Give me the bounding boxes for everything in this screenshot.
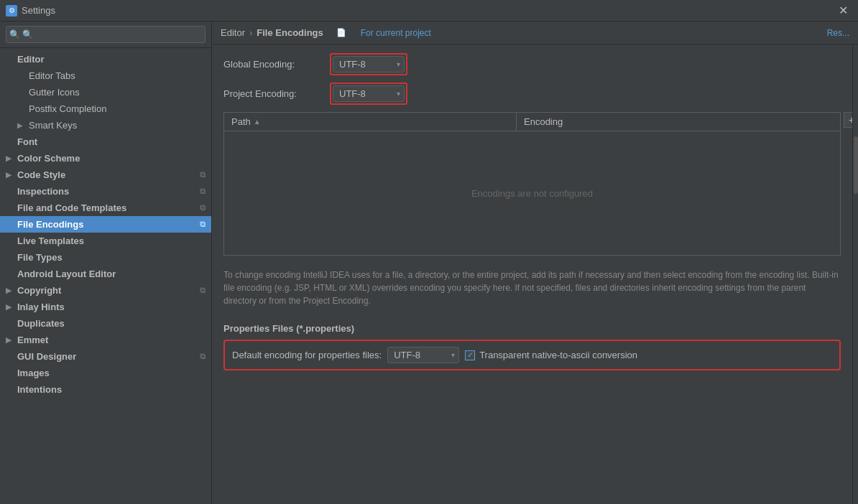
table-col-path[interactable]: Path ▲ <box>224 113 517 131</box>
window-title: Settings <box>22 5 55 16</box>
table-body: Encodings are not configured <box>224 131 840 255</box>
sidebar-item-copyright[interactable]: ▶ Copyright ⧉ <box>0 282 211 299</box>
col-path-label: Path <box>231 116 251 127</box>
project-encoding-select[interactable]: UTF-8 UTF-16 ISO-8859-1 <box>333 85 405 102</box>
properties-encoding-select-wrap: UTF-8 UTF-16 ISO-8859-1 ▾ <box>387 347 459 363</box>
sidebar-item-label: Font <box>17 136 37 147</box>
copy-icon: ⧉ <box>200 286 206 295</box>
sidebar-item-editor[interactable]: Editor <box>0 51 211 67</box>
copy-icon: ⧉ <box>200 203 206 213</box>
search-wrap: 🔍 <box>6 26 206 43</box>
sidebar-item-file-code-templates[interactable]: File and Code Templates ⧉ <box>0 200 211 216</box>
search-box: 🔍 <box>0 22 211 48</box>
sidebar-item-smart-keys[interactable]: ▶ Smart Keys <box>0 117 211 134</box>
breadcrumb-parent[interactable]: Editor <box>221 27 245 38</box>
sidebar-item-label: Intentions <box>17 384 62 395</box>
global-encoding-select-wrap: UTF-8 UTF-16 ISO-8859-1 ▾ <box>333 56 405 73</box>
sidebar-item-gui-designer[interactable]: GUI Designer ⧉ <box>0 348 211 365</box>
main-content: 🔍 Editor Editor Tabs Gutter I <box>0 22 858 504</box>
expand-arrow-icon: ▶ <box>6 303 14 311</box>
sidebar-item-label: GUI Designer <box>17 351 76 362</box>
sidebar-item-label: Color Scheme <box>17 153 80 164</box>
sidebar-item-color-scheme[interactable]: ▶ Color Scheme <box>0 150 211 167</box>
copy-icon: ⧉ <box>200 352 206 361</box>
sidebar-item-images[interactable]: Images <box>0 365 211 381</box>
sidebar-item-file-encodings[interactable]: File Encodings ⧉ <box>0 216 211 233</box>
sidebar-item-font[interactable]: Font <box>0 134 211 150</box>
search-input[interactable] <box>6 26 206 43</box>
sidebar-item-label: Emmet <box>17 335 48 345</box>
sidebar-item-label: Code Style <box>17 169 65 180</box>
expand-arrow-icon: ▶ <box>6 154 14 162</box>
sidebar-item-duplicates[interactable]: Duplicates <box>0 315 211 332</box>
encodings-table: Path ▲ Encoding Encodings are not config… <box>223 112 841 256</box>
sidebar-item-label: Gutter Icons <box>29 87 80 98</box>
sidebar-item-live-templates[interactable]: Live Templates <box>0 233 211 249</box>
sort-arrow-icon: ▲ <box>254 118 261 126</box>
table-container: Path ▲ Encoding Encodings are not config… <box>223 112 841 256</box>
table-header: Path ▲ Encoding <box>224 113 840 131</box>
scrollbar-thumb[interactable] <box>854 136 858 194</box>
sidebar-tree: Editor Editor Tabs Gutter Icons Postfix … <box>0 48 211 504</box>
sidebar-item-android-layout-editor[interactable]: Android Layout Editor <box>0 266 211 282</box>
sidebar-item-label: Inspections <box>17 186 69 197</box>
project-link[interactable]: For current project <box>361 28 431 38</box>
settings-window: ⚙ Settings ✕ 🔍 Editor <box>0 0 858 504</box>
transparent-conversion-wrap: Transparent native-to-ascii conversion <box>465 350 637 360</box>
sidebar-item-label: Inlay Hints <box>17 302 65 312</box>
expand-arrow-icon: ▶ <box>6 336 14 344</box>
transparent-conversion-checkbox[interactable] <box>465 350 475 360</box>
table-col-encoding[interactable]: Encoding <box>517 113 840 131</box>
global-encoding-highlight: UTF-8 UTF-16 ISO-8859-1 ▾ <box>330 53 407 75</box>
vertical-scrollbar[interactable] <box>852 45 858 504</box>
properties-group: Default encoding for properties files: U… <box>223 340 841 370</box>
breadcrumb-separator: › <box>249 27 252 38</box>
properties-section-label: Properties Files (*.properties) <box>223 323 841 334</box>
file-icon-wrap: 📄 For current project <box>336 28 431 38</box>
app-icon: ⚙ <box>6 5 17 17</box>
project-encoding-select-wrap: UTF-8 UTF-16 ISO-8859-1 ▾ <box>333 85 405 102</box>
sidebar-item-label: Copyright <box>17 285 61 296</box>
sidebar-item-intentions[interactable]: Intentions <box>0 381 211 398</box>
expand-arrow-icon: ▶ <box>6 171 14 179</box>
empty-table-message: Encodings are not configured <box>471 188 593 199</box>
global-encoding-select[interactable]: UTF-8 UTF-16 ISO-8859-1 <box>333 56 405 73</box>
title-bar: ⚙ Settings ✕ <box>0 0 858 22</box>
sidebar-item-file-types[interactable]: File Types <box>0 249 211 266</box>
copy-icon: ⧉ <box>200 220 206 229</box>
sidebar-item-label: File Types <box>17 252 63 263</box>
sidebar-item-postfix-completion[interactable]: Postfix Completion <box>0 101 211 117</box>
sidebar-item-label: Postfix Completion <box>29 103 106 114</box>
sidebar-item-label: File Encodings <box>17 219 83 230</box>
expand-arrow-icon: ▶ <box>17 121 26 129</box>
search-icon: 🔍 <box>9 29 20 39</box>
global-encoding-row: Global Encoding: UTF-8 UTF-16 ISO-8859-1… <box>223 53 841 75</box>
transparent-conversion-label: Transparent native-to-ascii conversion <box>479 350 637 360</box>
file-icon: 📄 <box>336 28 346 37</box>
expand-arrow-icon: ▶ <box>6 286 14 294</box>
copy-icon: ⧉ <box>200 170 206 179</box>
project-encoding-label: Project Encoding: <box>223 88 324 99</box>
add-encoding-button[interactable]: + <box>844 112 852 128</box>
breadcrumb-current: File Encodings <box>257 27 323 38</box>
sidebar-item-editor-tabs[interactable]: Editor Tabs <box>0 67 211 84</box>
content-area: Global Encoding: UTF-8 UTF-16 ISO-8859-1… <box>212 45 852 504</box>
breadcrumb-bar: Editor › File Encodings 📄 For current pr… <box>212 22 858 45</box>
sidebar-item-label: Android Layout Editor <box>17 269 116 279</box>
properties-encoding-select[interactable]: UTF-8 UTF-16 ISO-8859-1 <box>387 347 459 363</box>
sidebar-item-inlay-hints[interactable]: ▶ Inlay Hints <box>0 299 211 315</box>
sidebar-item-code-style[interactable]: ▶ Code Style ⧉ <box>0 167 211 183</box>
sidebar-item-label: Editor <box>17 54 45 65</box>
sidebar-item-emmet[interactable]: ▶ Emmet <box>0 332 211 348</box>
description-text: To change encoding IntelliJ IDEA uses fo… <box>223 263 841 313</box>
project-encoding-row: Project Encoding: UTF-8 UTF-16 ISO-8859-… <box>223 83 841 105</box>
default-encoding-for-properties-label: Default encoding for properties files: <box>232 350 382 360</box>
sidebar-item-inspections[interactable]: Inspections ⧉ <box>0 183 211 200</box>
sidebar-item-gutter-icons[interactable]: Gutter Icons <box>0 84 211 101</box>
col-encoding-label: Encoding <box>524 116 563 127</box>
close-button[interactable]: ✕ <box>834 2 852 19</box>
right-panel: Editor › File Encodings 📄 For current pr… <box>212 22 858 504</box>
sidebar-item-label: Images <box>17 368 50 378</box>
reset-link[interactable]: Res... <box>827 28 849 38</box>
sidebar-item-label: Smart Keys <box>29 120 77 131</box>
